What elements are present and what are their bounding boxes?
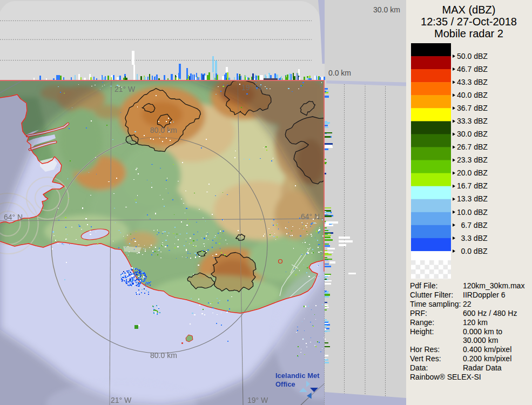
svg-text:PRF:: PRF: <box>410 309 427 318</box>
svg-text:19° W: 19° W <box>241 83 262 92</box>
svg-text:64° N: 64° N <box>301 212 320 221</box>
svg-text:30.0 dBZ: 30.0 dBZ <box>457 130 488 138</box>
svg-text:0.400 km/pixel: 0.400 km/pixel <box>463 345 511 354</box>
svg-text:46.7 dBZ: 46.7 dBZ <box>457 65 488 73</box>
svg-text:40.0 dBZ: 40.0 dBZ <box>457 91 488 99</box>
svg-text:120 km: 120 km <box>463 318 488 327</box>
svg-text:Pdf File:: Pdf File: <box>410 281 437 290</box>
svg-text:3.3 dBZ: 3.3 dBZ <box>461 234 488 242</box>
svg-text:36.7 dBZ: 36.7 dBZ <box>457 104 488 112</box>
svg-text:12:35 / 27-Oct-2018: 12:35 / 27-Oct-2018 <box>421 16 517 28</box>
svg-text:Office: Office <box>275 380 295 388</box>
svg-text:Time sampling:: Time sampling: <box>410 300 461 308</box>
svg-text:120km_30km.max: 120km_30km.max <box>463 281 524 290</box>
svg-text:Rainbow® SELEX-SI: Rainbow® SELEX-SI <box>410 373 481 381</box>
svg-text:30.0 km: 30.0 km <box>373 5 400 14</box>
svg-text:Data:: Data: <box>410 363 428 372</box>
svg-text:Vert Res:: Vert Res: <box>410 354 441 363</box>
svg-text:IIRDoppler 6: IIRDoppler 6 <box>463 291 506 299</box>
svg-text:Icelandic Met: Icelandic Met <box>275 372 320 380</box>
svg-text:21° W: 21° W <box>115 85 136 93</box>
svg-text:16.7 dBZ: 16.7 dBZ <box>457 181 488 190</box>
svg-text:6.7 dBZ: 6.7 dBZ <box>461 221 488 230</box>
svg-text:Range:: Range: <box>410 318 434 327</box>
svg-text:26.7 dBZ: 26.7 dBZ <box>457 143 488 151</box>
svg-text:13.3 dBZ: 13.3 dBZ <box>457 194 488 203</box>
svg-text:20.0 dBZ: 20.0 dBZ <box>457 168 488 177</box>
svg-text:10.0 dBZ: 10.0 dBZ <box>457 208 488 217</box>
svg-text:Radar Data: Radar Data <box>463 363 502 372</box>
svg-text:Mobile radar 2: Mobile radar 2 <box>434 28 503 39</box>
svg-text:43.3 dBZ: 43.3 dBZ <box>457 78 488 86</box>
svg-text:0.0 dBZ: 0.0 dBZ <box>461 247 488 255</box>
svg-text:0.000 km to: 0.000 km to <box>463 327 502 336</box>
svg-text:Hor Res:: Hor Res: <box>410 345 440 354</box>
svg-text:0.200 km/pixel: 0.200 km/pixel <box>463 354 511 363</box>
svg-text:0.0 km: 0.0 km <box>328 69 351 77</box>
svg-text:600 Hz / 480 Hz: 600 Hz / 480 Hz <box>463 309 517 318</box>
svg-text:33.3 dBZ: 33.3 dBZ <box>457 117 488 125</box>
svg-text:23.3 dBZ: 23.3 dBZ <box>457 156 488 164</box>
svg-text:Clutter Filter:: Clutter Filter: <box>410 291 453 299</box>
svg-text:19° W: 19° W <box>247 396 268 404</box>
svg-text:64° N: 64° N <box>4 213 23 221</box>
svg-text:MAX (dBZ): MAX (dBZ) <box>442 4 496 16</box>
svg-text:22: 22 <box>463 300 472 308</box>
svg-text:21° W: 21° W <box>111 396 132 404</box>
svg-text:50.0 dBZ: 50.0 dBZ <box>457 52 488 60</box>
svg-text:80.0 km: 80.0 km <box>150 126 177 134</box>
svg-text:80.0 km: 80.0 km <box>150 351 177 360</box>
svg-text:30.000 km: 30.000 km <box>463 336 498 345</box>
svg-text:Height:: Height: <box>410 327 434 336</box>
